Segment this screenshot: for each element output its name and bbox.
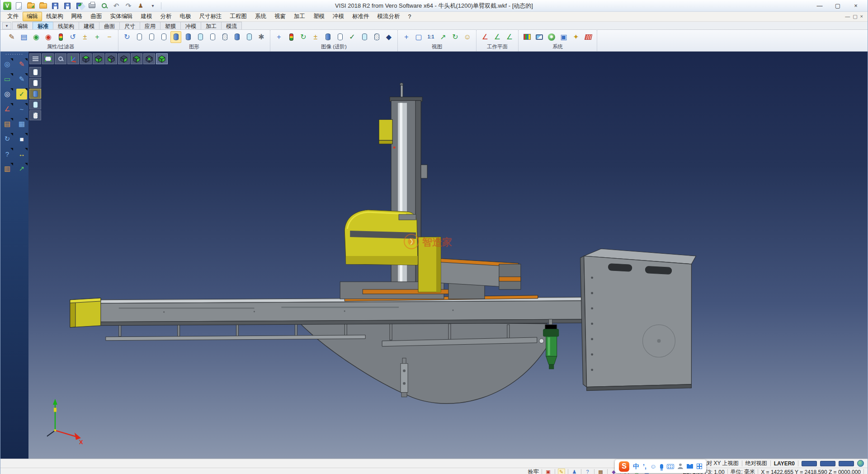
menu-window[interactable]: 视窗	[270, 12, 290, 21]
erase-icon[interactable]: ✎	[16, 59, 27, 70]
menu-machining[interactable]: 加工	[290, 12, 309, 21]
view-front-button[interactable]	[131, 53, 142, 64]
cylinder-hidden-line-icon[interactable]	[146, 31, 157, 43]
render-settings-icon[interactable]: ✱	[256, 31, 267, 43]
eye-plus-minus-icon[interactable]: ±	[80, 31, 90, 43]
traffic-filter-icon[interactable]	[55, 31, 66, 43]
tab-modeling[interactable]: 建模	[79, 22, 99, 29]
view-top-button[interactable]	[80, 53, 92, 64]
zoom-1-1-icon[interactable]: 1:1	[425, 31, 436, 43]
profiles-icon[interactable]: ▥	[2, 163, 13, 174]
view-cube-dark-icon[interactable]: ◆	[383, 31, 394, 43]
shaded-cube-icon[interactable]: ■	[16, 133, 27, 144]
mode-transparent-button[interactable]	[29, 100, 41, 109]
mode-hidden-button[interactable]	[29, 78, 41, 88]
point-selector-icon[interactable]: ✦	[571, 31, 581, 43]
screen-layout-icon[interactable]	[534, 31, 545, 43]
zoom-in-icon[interactable]: +	[401, 31, 412, 43]
cylinder-outline-icon[interactable]	[158, 31, 169, 43]
cylinder-check-icon[interactable]: ✓	[347, 31, 358, 43]
eye-hide-icon[interactable]: ◉	[43, 31, 54, 43]
window-settings-icon[interactable]: ▣	[558, 31, 569, 43]
tile-windows-icon[interactable]: ▦	[16, 118, 27, 129]
tab-surface[interactable]: 曲面	[99, 22, 120, 29]
cylinder-shaded-icon[interactable]	[183, 31, 193, 43]
tab-application[interactable]: 应用	[140, 22, 160, 29]
undo-button[interactable]: ↶	[111, 1, 121, 10]
package-icon[interactable]: ▩	[597, 469, 604, 474]
emoji-icon[interactable]: ☺	[650, 463, 656, 469]
tab-machining[interactable]: 加工	[201, 22, 222, 29]
move-axes-icon[interactable]: +	[274, 31, 284, 43]
layer-color-swatch-3[interactable]	[839, 461, 854, 466]
menu-help[interactable]: ?	[404, 13, 415, 21]
ime-menu-icon[interactable]	[697, 464, 702, 469]
page-filter-icon[interactable]: ▤	[19, 31, 29, 43]
tab-edit[interactable]: 编辑	[12, 22, 33, 29]
new-button[interactable]	[14, 1, 24, 10]
cylinder-line-icon[interactable]	[335, 31, 345, 43]
view-iso-button[interactable]	[156, 53, 168, 64]
view-refresh-icon[interactable]: ↻	[450, 31, 461, 43]
plus-minus-advanced-icon[interactable]: ±	[310, 31, 321, 43]
zoom-dynamic-button[interactable]	[55, 53, 66, 64]
minimize-button[interactable]: —	[811, 0, 829, 11]
cylinder-hatch-icon[interactable]	[371, 31, 382, 43]
snap-settings-icon[interactable]: ▣	[545, 469, 552, 474]
maximize-button[interactable]: ▢	[829, 0, 847, 11]
workplane-create-icon[interactable]: ∠	[480, 31, 491, 43]
zoom-window-icon[interactable]: ▢	[413, 31, 424, 43]
redo-button[interactable]: ↷	[123, 1, 133, 10]
zoom-extents-button[interactable]	[42, 53, 54, 64]
sketch-icon[interactable]: ✎	[16, 74, 27, 85]
cylinder-hatched-icon[interactable]	[219, 31, 230, 43]
menu-mesh[interactable]: 网格	[67, 12, 87, 21]
mannequin-icon[interactable]: ♟	[571, 469, 578, 474]
profile-icon[interactable]	[678, 464, 683, 469]
tab-dimension[interactable]: 尺寸	[119, 22, 140, 29]
mdi-close-button[interactable]: ×	[860, 14, 863, 19]
mode-hatched-button[interactable]	[29, 110, 41, 120]
measure-icon[interactable]: ↔	[16, 148, 27, 159]
export-view-icon[interactable]: ↗	[16, 163, 27, 174]
menu-wireframe[interactable]: 线架构	[42, 12, 67, 21]
wcs-icon[interactable]: ∠	[2, 104, 13, 114]
tab-wireframe[interactable]: 线架构	[53, 22, 79, 29]
cylinder-transparent-icon[interactable]	[195, 31, 206, 43]
annotate-icon[interactable]: ✎	[558, 469, 565, 474]
menu-surface[interactable]: 曲面	[87, 12, 106, 21]
mdi-minimize-button[interactable]: —	[845, 14, 850, 19]
skin-icon[interactable]	[687, 464, 693, 469]
globe-icon[interactable]	[857, 460, 864, 467]
import-button[interactable]	[38, 1, 48, 10]
zoom-entity-icon[interactable]: ◎	[2, 89, 13, 100]
menu-drawing[interactable]: 工程图	[226, 12, 251, 21]
eye-refresh-icon[interactable]: ↺	[67, 31, 78, 43]
tab-progress[interactable]: 冲模	[180, 22, 201, 29]
cylinder-page-icon[interactable]	[359, 31, 370, 43]
tabbar-dropdown[interactable]: ▼	[2, 22, 11, 29]
absolute-view-button[interactable]: 绝对视图	[745, 460, 767, 467]
microphone-icon[interactable]	[660, 464, 663, 469]
refresh-graphics-icon[interactable]: ↻	[122, 31, 132, 43]
save-button[interactable]	[50, 1, 60, 10]
menu-electrode[interactable]: 电极	[176, 12, 195, 21]
cylinder-wireframe-icon[interactable]	[134, 31, 145, 43]
ime-mode-toggle[interactable]: 中	[633, 463, 639, 469]
layer-button[interactable]: LAYER0	[774, 460, 795, 467]
close-button[interactable]: ×	[847, 0, 865, 11]
cylinder-shaded-active-icon[interactable]	[170, 31, 181, 43]
display-list-button[interactable]	[29, 53, 41, 64]
regenerate-icon[interactable]: ↻	[2, 133, 13, 144]
menu-system[interactable]: 系统	[251, 12, 270, 21]
tab-flow[interactable]: 模流	[221, 22, 242, 29]
dynamic-zoom-icon[interactable]: ◎	[2, 59, 13, 70]
menu-modeling[interactable]: 建模	[137, 12, 156, 21]
save-as-button[interactable]	[62, 1, 72, 10]
eye-show-icon[interactable]: ◉	[31, 31, 42, 43]
color-table-icon[interactable]	[522, 31, 533, 43]
view-left-button[interactable]	[105, 53, 117, 64]
workplane-align-icon[interactable]: ∠	[504, 31, 515, 43]
open-button[interactable]	[26, 1, 36, 10]
zoom-arrow-icon[interactable]: ↗	[438, 31, 448, 43]
